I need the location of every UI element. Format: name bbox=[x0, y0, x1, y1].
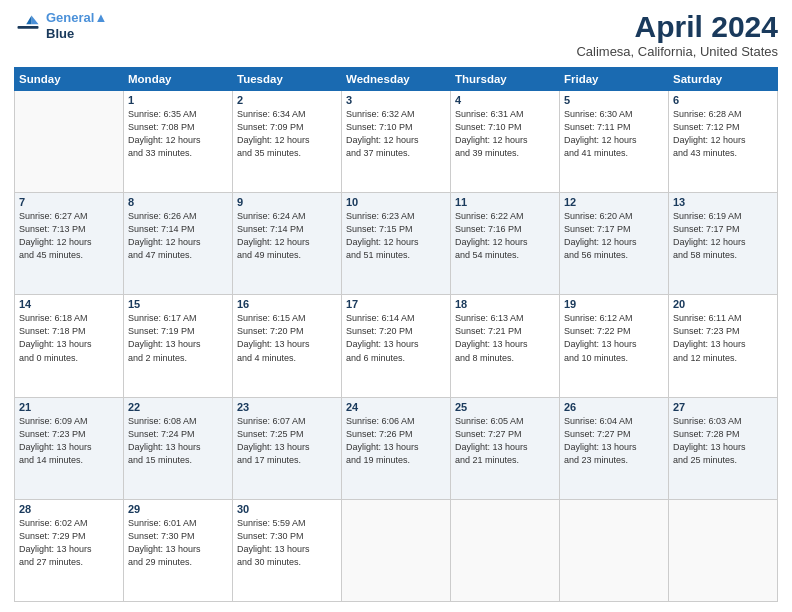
logo-icon bbox=[14, 12, 42, 40]
day-info: Sunrise: 6:14 AM Sunset: 7:20 PM Dayligh… bbox=[346, 312, 446, 364]
day-info: Sunrise: 6:05 AM Sunset: 7:27 PM Dayligh… bbox=[455, 415, 555, 467]
day-number: 7 bbox=[19, 196, 119, 208]
day-info: Sunrise: 6:01 AM Sunset: 7:30 PM Dayligh… bbox=[128, 517, 228, 569]
day-info: Sunrise: 6:20 AM Sunset: 7:17 PM Dayligh… bbox=[564, 210, 664, 262]
day-info: Sunrise: 6:34 AM Sunset: 7:09 PM Dayligh… bbox=[237, 108, 337, 160]
day-info: Sunrise: 6:08 AM Sunset: 7:24 PM Dayligh… bbox=[128, 415, 228, 467]
day-number: 17 bbox=[346, 298, 446, 310]
day-number: 12 bbox=[564, 196, 664, 208]
calendar-cell: 20Sunrise: 6:11 AM Sunset: 7:23 PM Dayli… bbox=[669, 295, 778, 397]
calendar-cell: 23Sunrise: 6:07 AM Sunset: 7:25 PM Dayli… bbox=[233, 397, 342, 499]
day-number: 1 bbox=[128, 94, 228, 106]
calendar-cell: 22Sunrise: 6:08 AM Sunset: 7:24 PM Dayli… bbox=[124, 397, 233, 499]
col-header-friday: Friday bbox=[560, 68, 669, 91]
day-number: 28 bbox=[19, 503, 119, 515]
calendar-cell bbox=[342, 499, 451, 601]
day-number: 29 bbox=[128, 503, 228, 515]
calendar-cell bbox=[560, 499, 669, 601]
col-header-sunday: Sunday bbox=[15, 68, 124, 91]
day-info: Sunrise: 5:59 AM Sunset: 7:30 PM Dayligh… bbox=[237, 517, 337, 569]
col-header-wednesday: Wednesday bbox=[342, 68, 451, 91]
day-number: 25 bbox=[455, 401, 555, 413]
calendar-cell: 29Sunrise: 6:01 AM Sunset: 7:30 PM Dayli… bbox=[124, 499, 233, 601]
day-number: 10 bbox=[346, 196, 446, 208]
calendar-cell: 9Sunrise: 6:24 AM Sunset: 7:14 PM Daylig… bbox=[233, 193, 342, 295]
day-info: Sunrise: 6:32 AM Sunset: 7:10 PM Dayligh… bbox=[346, 108, 446, 160]
day-info: Sunrise: 6:04 AM Sunset: 7:27 PM Dayligh… bbox=[564, 415, 664, 467]
col-header-saturday: Saturday bbox=[669, 68, 778, 91]
logo-icon-text: ▲ bbox=[94, 10, 107, 25]
day-number: 23 bbox=[237, 401, 337, 413]
day-number: 3 bbox=[346, 94, 446, 106]
day-number: 14 bbox=[19, 298, 119, 310]
calendar-cell: 1Sunrise: 6:35 AM Sunset: 7:08 PM Daylig… bbox=[124, 91, 233, 193]
col-header-tuesday: Tuesday bbox=[233, 68, 342, 91]
day-info: Sunrise: 6:27 AM Sunset: 7:13 PM Dayligh… bbox=[19, 210, 119, 262]
day-number: 19 bbox=[564, 298, 664, 310]
title-block: April 2024 Calimesa, California, United … bbox=[576, 10, 778, 59]
svg-marker-0 bbox=[32, 15, 39, 24]
day-info: Sunrise: 6:13 AM Sunset: 7:21 PM Dayligh… bbox=[455, 312, 555, 364]
page: General▲ Blue April 2024 Calimesa, Calif… bbox=[0, 0, 792, 612]
day-info: Sunrise: 6:19 AM Sunset: 7:17 PM Dayligh… bbox=[673, 210, 773, 262]
calendar-cell: 27Sunrise: 6:03 AM Sunset: 7:28 PM Dayli… bbox=[669, 397, 778, 499]
day-number: 6 bbox=[673, 94, 773, 106]
calendar-cell: 13Sunrise: 6:19 AM Sunset: 7:17 PM Dayli… bbox=[669, 193, 778, 295]
main-title: April 2024 bbox=[576, 10, 778, 44]
logo-text: General▲ Blue bbox=[46, 10, 107, 41]
day-info: Sunrise: 6:22 AM Sunset: 7:16 PM Dayligh… bbox=[455, 210, 555, 262]
calendar-cell: 18Sunrise: 6:13 AM Sunset: 7:21 PM Dayli… bbox=[451, 295, 560, 397]
calendar-cell: 24Sunrise: 6:06 AM Sunset: 7:26 PM Dayli… bbox=[342, 397, 451, 499]
day-info: Sunrise: 6:31 AM Sunset: 7:10 PM Dayligh… bbox=[455, 108, 555, 160]
day-info: Sunrise: 6:28 AM Sunset: 7:12 PM Dayligh… bbox=[673, 108, 773, 160]
day-info: Sunrise: 6:11 AM Sunset: 7:23 PM Dayligh… bbox=[673, 312, 773, 364]
calendar-cell: 21Sunrise: 6:09 AM Sunset: 7:23 PM Dayli… bbox=[15, 397, 124, 499]
calendar-cell: 3Sunrise: 6:32 AM Sunset: 7:10 PM Daylig… bbox=[342, 91, 451, 193]
calendar-cell: 25Sunrise: 6:05 AM Sunset: 7:27 PM Dayli… bbox=[451, 397, 560, 499]
calendar-cell: 6Sunrise: 6:28 AM Sunset: 7:12 PM Daylig… bbox=[669, 91, 778, 193]
day-number: 9 bbox=[237, 196, 337, 208]
calendar-cell: 12Sunrise: 6:20 AM Sunset: 7:17 PM Dayli… bbox=[560, 193, 669, 295]
calendar-cell: 4Sunrise: 6:31 AM Sunset: 7:10 PM Daylig… bbox=[451, 91, 560, 193]
col-header-monday: Monday bbox=[124, 68, 233, 91]
day-number: 16 bbox=[237, 298, 337, 310]
header: General▲ Blue April 2024 Calimesa, Calif… bbox=[14, 10, 778, 59]
day-number: 27 bbox=[673, 401, 773, 413]
calendar-cell: 7Sunrise: 6:27 AM Sunset: 7:13 PM Daylig… bbox=[15, 193, 124, 295]
calendar-cell: 2Sunrise: 6:34 AM Sunset: 7:09 PM Daylig… bbox=[233, 91, 342, 193]
day-number: 13 bbox=[673, 196, 773, 208]
day-number: 22 bbox=[128, 401, 228, 413]
calendar-cell: 28Sunrise: 6:02 AM Sunset: 7:29 PM Dayli… bbox=[15, 499, 124, 601]
calendar-cell: 19Sunrise: 6:12 AM Sunset: 7:22 PM Dayli… bbox=[560, 295, 669, 397]
day-number: 24 bbox=[346, 401, 446, 413]
day-info: Sunrise: 6:30 AM Sunset: 7:11 PM Dayligh… bbox=[564, 108, 664, 160]
calendar-cell: 30Sunrise: 5:59 AM Sunset: 7:30 PM Dayli… bbox=[233, 499, 342, 601]
day-info: Sunrise: 6:26 AM Sunset: 7:14 PM Dayligh… bbox=[128, 210, 228, 262]
calendar-cell: 8Sunrise: 6:26 AM Sunset: 7:14 PM Daylig… bbox=[124, 193, 233, 295]
svg-rect-2 bbox=[18, 26, 39, 29]
day-info: Sunrise: 6:03 AM Sunset: 7:28 PM Dayligh… bbox=[673, 415, 773, 467]
logo-line2: Blue bbox=[46, 26, 107, 42]
day-number: 21 bbox=[19, 401, 119, 413]
day-info: Sunrise: 6:09 AM Sunset: 7:23 PM Dayligh… bbox=[19, 415, 119, 467]
calendar-cell: 17Sunrise: 6:14 AM Sunset: 7:20 PM Dayli… bbox=[342, 295, 451, 397]
subtitle: Calimesa, California, United States bbox=[576, 44, 778, 59]
day-info: Sunrise: 6:24 AM Sunset: 7:14 PM Dayligh… bbox=[237, 210, 337, 262]
day-number: 4 bbox=[455, 94, 555, 106]
day-info: Sunrise: 6:06 AM Sunset: 7:26 PM Dayligh… bbox=[346, 415, 446, 467]
calendar-cell bbox=[451, 499, 560, 601]
calendar-table: SundayMondayTuesdayWednesdayThursdayFrid… bbox=[14, 67, 778, 602]
day-number: 5 bbox=[564, 94, 664, 106]
calendar-cell bbox=[669, 499, 778, 601]
day-info: Sunrise: 6:18 AM Sunset: 7:18 PM Dayligh… bbox=[19, 312, 119, 364]
calendar-cell: 15Sunrise: 6:17 AM Sunset: 7:19 PM Dayli… bbox=[124, 295, 233, 397]
day-info: Sunrise: 6:23 AM Sunset: 7:15 PM Dayligh… bbox=[346, 210, 446, 262]
day-number: 30 bbox=[237, 503, 337, 515]
svg-marker-1 bbox=[26, 15, 31, 24]
calendar-cell: 10Sunrise: 6:23 AM Sunset: 7:15 PM Dayli… bbox=[342, 193, 451, 295]
day-number: 11 bbox=[455, 196, 555, 208]
calendar-cell: 14Sunrise: 6:18 AM Sunset: 7:18 PM Dayli… bbox=[15, 295, 124, 397]
day-info: Sunrise: 6:15 AM Sunset: 7:20 PM Dayligh… bbox=[237, 312, 337, 364]
calendar-cell bbox=[15, 91, 124, 193]
calendar-cell: 5Sunrise: 6:30 AM Sunset: 7:11 PM Daylig… bbox=[560, 91, 669, 193]
